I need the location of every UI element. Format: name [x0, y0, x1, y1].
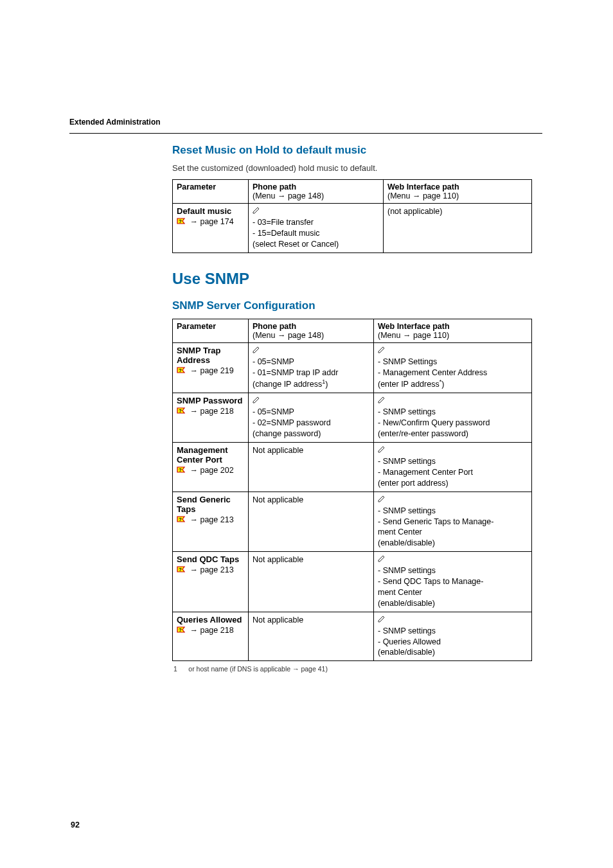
- info-flag-icon: ?: [177, 407, 186, 414]
- col-web-path: Web Interface path (Menu → page 110): [384, 180, 532, 204]
- web-cell: - SNMP settings- New/Confirm Query passw…: [374, 393, 532, 443]
- param-name: Queries Allowed: [177, 615, 244, 624]
- web-cell: - SNMP Settings- Management Center Addre…: [374, 342, 532, 393]
- param-name-line2: Taps: [177, 504, 244, 514]
- svg-text:?: ?: [179, 467, 182, 473]
- phone-line: Not applicable: [253, 615, 369, 626]
- phone-line: (change password): [253, 429, 369, 439]
- phone-cell: Not applicable: [249, 552, 374, 612]
- web-cell: - SNMP settings- Send QDC Taps to Manage…: [374, 552, 532, 612]
- phone-line: Not applicable: [253, 445, 369, 456]
- pencil-icon: [253, 396, 260, 403]
- col-phone-path: Phone path (Menu → page 148): [249, 180, 384, 204]
- running-head: Extended Administration: [69, 118, 542, 127]
- section2-table: Parameter Phone path (Menu → page 148) W…: [172, 319, 532, 662]
- phone-path-menu: (Menu → page 148): [253, 191, 324, 200]
- web-line: - Queries Allowed: [378, 637, 528, 648]
- phone-line: - 02=SNMP password: [253, 418, 369, 429]
- phone-line: - 01=SNMP trap IP addr: [253, 368, 369, 378]
- param-cell: Default music ? → page 174: [173, 204, 249, 253]
- param-page-ref: ? → page 213: [177, 515, 244, 524]
- col-parameter: Parameter: [173, 180, 249, 204]
- phone-cell: - 03=File transfer - 15=Default music (s…: [249, 204, 384, 253]
- svg-text:?: ?: [179, 517, 182, 522]
- param-name: SNMP Trap: [177, 346, 244, 355]
- web-line: - SNMP settings: [378, 506, 528, 517]
- phone-cell: Not applicable: [249, 612, 374, 661]
- phone-line: (change IP address1): [253, 378, 369, 390]
- param-cell: SNMP TrapAddress? → page 219: [173, 342, 249, 393]
- param-name: Default music: [177, 206, 244, 216]
- web-line: - SNMP settings: [378, 456, 528, 467]
- phone-cell: Not applicable: [249, 443, 374, 492]
- section1-intro: Set the customized (downloaded) hold mus…: [172, 163, 532, 173]
- param-page-ref: ? → page 213: [177, 565, 244, 574]
- pencil-icon: [378, 495, 386, 502]
- param-cell: ManagementCenter Port? → page 202: [173, 443, 249, 492]
- web-line: - Management Center Port: [378, 467, 528, 478]
- col-web-path: Web Interface path (Menu → page 110): [374, 319, 532, 342]
- table-row: Default music ? → page 174 - 03=File tra…: [173, 204, 532, 253]
- param-page-ref: ? → page 174: [177, 217, 244, 226]
- table-row: Send QDC Taps? → page 213Not applicable-…: [173, 552, 532, 612]
- phone-line: - 05=SNMP: [253, 357, 369, 368]
- phone-line: - 15=Default music: [253, 228, 379, 239]
- table-row: SNMP TrapAddress? → page 219- 05=SNMP- 0…: [173, 342, 532, 393]
- footnote: 1 or host name (if DNS is applicable → p…: [173, 665, 532, 673]
- pencil-icon: [253, 346, 260, 353]
- footnote-number: 1: [173, 665, 177, 673]
- info-flag-icon: ?: [177, 516, 186, 523]
- web-line: (not applicable): [387, 206, 528, 217]
- web-line: - New/Confirm Query password: [378, 418, 528, 429]
- web-line: ment Center: [378, 587, 528, 598]
- svg-text:?: ?: [179, 567, 182, 572]
- table-header-row: Parameter Phone path (Menu → page 148) W…: [173, 180, 532, 204]
- param-name: Send Generic: [177, 495, 244, 504]
- table-row: SNMP Password? → page 218- 05=SNMP- 02=S…: [173, 393, 532, 443]
- page-ref-text: → page 213: [190, 565, 233, 574]
- svg-text:?: ?: [179, 218, 182, 224]
- web-line: (enable/disable): [378, 538, 528, 549]
- web-line: - SNMP settings: [378, 626, 528, 637]
- param-page-ref: ? → page 219: [177, 366, 244, 375]
- phone-cell: - 05=SNMP- 01=SNMP trap IP addr(change I…: [249, 342, 374, 393]
- info-flag-icon: ?: [177, 367, 186, 374]
- info-flag-icon: ?: [177, 566, 186, 573]
- web-cell: - SNMP settings- Management Center Port(…: [374, 443, 532, 492]
- table-header-row: Parameter Phone path (Menu → page 148) W…: [173, 319, 532, 342]
- section2-title: Use SNMP: [172, 270, 532, 288]
- web-line: - Send QDC Taps to Manage-: [378, 576, 528, 587]
- web-line: - SNMP settings: [378, 565, 528, 576]
- param-page-ref: ? → page 218: [177, 626, 244, 635]
- page-ref-text: → page 174: [190, 217, 233, 226]
- web-line: - SNMP settings: [378, 407, 528, 418]
- web-line: ment Center: [378, 527, 528, 538]
- pencil-icon: [378, 445, 386, 453]
- pencil-icon: [378, 396, 386, 403]
- table-row: Send GenericTaps? → page 213Not applicab…: [173, 492, 532, 552]
- param-page-ref: ? → page 218: [177, 407, 244, 416]
- table-row: Queries Allowed? → page 218Not applicabl…: [173, 612, 532, 661]
- header-rule: [69, 133, 542, 134]
- phone-line: Not applicable: [253, 495, 369, 506]
- phone-line: - 05=SNMP: [253, 407, 369, 418]
- content-column: Reset Music on Hold to default music Set…: [172, 144, 532, 673]
- param-cell: SNMP Password? → page 218: [173, 393, 249, 443]
- pencil-icon: [378, 615, 386, 623]
- web-cell: - SNMP settings- Queries Allowed(enable/…: [374, 612, 532, 661]
- phone-path-label: Phone path: [253, 182, 296, 191]
- web-cell: - SNMP settings- Send Generic Taps to Ma…: [374, 492, 532, 552]
- param-name: Send QDC Taps: [177, 554, 244, 564]
- page-ref-text: → page 219: [190, 366, 233, 375]
- page-ref-text: → page 213: [190, 515, 233, 524]
- param-name: SNMP Password: [177, 396, 244, 405]
- param-name-line2: Address: [177, 355, 244, 365]
- web-path-label: Web Interface path: [387, 182, 459, 191]
- info-flag-icon: ?: [177, 626, 186, 633]
- pencil-icon: [253, 206, 260, 214]
- page-ref-text: → page 218: [190, 626, 233, 635]
- phone-path-label: Phone path: [253, 322, 296, 331]
- web-line: - Send Generic Taps to Manage-: [378, 517, 528, 527]
- col-phone-path: Phone path (Menu → page 148): [249, 319, 374, 342]
- phone-line: Not applicable: [253, 554, 369, 565]
